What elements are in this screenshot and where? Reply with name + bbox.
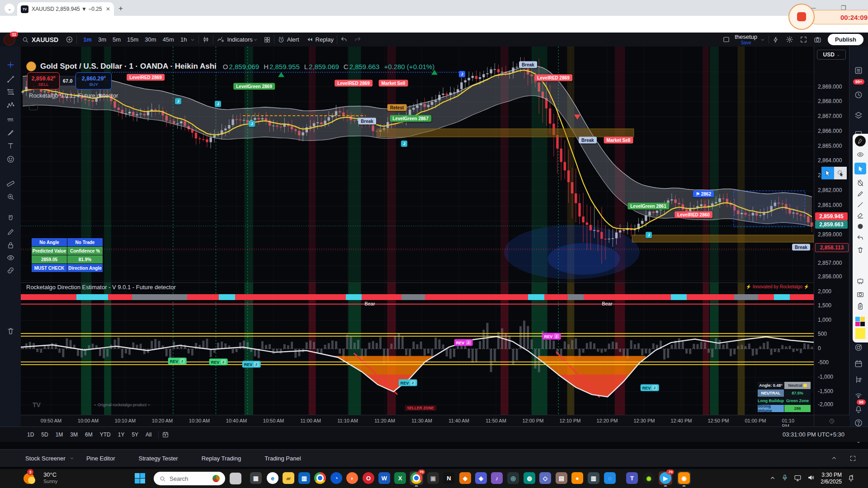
- tab-close-icon[interactable]: ✕: [106, 6, 110, 12]
- text-tool-icon[interactable]: [6, 141, 15, 150]
- timezone-clock-corner[interactable]: [814, 415, 849, 427]
- stopwatch-icon[interactable]: [857, 179, 864, 187]
- brush-tool-icon[interactable]: [6, 128, 15, 137]
- buy-button[interactable]: 2,860.290 BUY: [75, 72, 112, 89]
- indicator-templates-icon[interactable]: [264, 36, 271, 43]
- layout-chevron-icon[interactable]: [760, 37, 765, 42]
- taskbar-app-5[interactable]: [313, 471, 327, 485]
- speaker-icon[interactable]: [807, 474, 815, 481]
- indicators-button[interactable]: Indicators: [227, 36, 252, 43]
- taskbar-app-10[interactable]: X: [393, 471, 407, 485]
- screenshot-icon[interactable]: [857, 291, 864, 298]
- range-5D[interactable]: 5D: [38, 430, 52, 440]
- layout-name-block[interactable]: thesetup Save: [735, 34, 757, 46]
- taskbar-app-14[interactable]: ◆: [458, 471, 472, 485]
- weather-icon[interactable]: 3: [22, 470, 38, 487]
- trend-tool-icon[interactable]: [6, 75, 15, 84]
- undo-icon[interactable]: [857, 235, 864, 242]
- dot-icon[interactable]: [857, 223, 864, 230]
- whiteboard-icon[interactable]: [857, 278, 864, 286]
- range-1M[interactable]: 1M: [52, 430, 67, 440]
- taskbar-search[interactable]: Search: [154, 472, 225, 485]
- taskbar-app-22[interactable]: ▥: [587, 471, 600, 485]
- taskbar-app-18[interactable]: ◍: [523, 471, 536, 485]
- timeframe-15m[interactable]: 15m: [124, 35, 142, 44]
- quick-search-icon[interactable]: [772, 36, 779, 43]
- cast-display-icon[interactable]: [794, 474, 802, 482]
- panel-maximize-icon[interactable]: [849, 455, 856, 462]
- timeframe-30m[interactable]: 30m: [142, 35, 159, 44]
- cursor-icon[interactable]: [854, 163, 866, 174]
- footer-tab-stock-screener[interactable]: Stock Screener: [14, 455, 77, 462]
- timeframe-45m[interactable]: 45m: [160, 35, 177, 44]
- go-to-date-icon[interactable]: [162, 431, 169, 438]
- click-cursor-icon[interactable]: [834, 167, 847, 179]
- task-view-button[interactable]: [230, 473, 241, 484]
- weather-text[interactable]: 30°C Sunny: [43, 471, 57, 485]
- forecast-tool-icon[interactable]: [6, 115, 15, 123]
- timeframe-1m[interactable]: 1m: [80, 35, 95, 44]
- taskbar-app-8[interactable]: O: [362, 471, 375, 485]
- watchlist-icon[interactable]: [854, 66, 863, 75]
- lower-panel-title[interactable]: Rocketalgo Direction Estimator - V 9.0.1…: [26, 284, 176, 291]
- range-1Y[interactable]: 1Y: [114, 430, 128, 440]
- symbol-search-icon[interactable]: [22, 36, 29, 43]
- footer-tab-strategy-tester[interactable]: Strategy Tester: [127, 455, 189, 462]
- eye-icon[interactable]: [857, 151, 864, 159]
- taskbar-app-4[interactable]: ▥: [297, 471, 311, 485]
- taskbar-app-19[interactable]: ◇: [538, 471, 552, 485]
- panel-expand-chevron-icon[interactable]: [830, 455, 838, 462]
- new-tab-button[interactable]: +: [118, 4, 123, 13]
- timeframe-5m[interactable]: 5m: [109, 35, 124, 44]
- range-6M[interactable]: 6M: [81, 430, 96, 440]
- palette-cyan[interactable]: [855, 317, 860, 321]
- compare-add-icon[interactable]: [66, 36, 73, 43]
- lock-tool-icon[interactable]: [6, 241, 15, 249]
- clipboard-icon[interactable]: [857, 303, 864, 310]
- eyetool-tool-icon[interactable]: [6, 253, 15, 262]
- range-3M[interactable]: 3M: [66, 430, 81, 440]
- replay-button[interactable]: Replay: [316, 36, 334, 43]
- layout-icon[interactable]: [722, 36, 730, 43]
- taskbar-app-24[interactable]: T: [625, 471, 639, 485]
- chart-type-icon[interactable]: [202, 36, 210, 43]
- taskbar-app-2[interactable]: e: [266, 471, 279, 485]
- eraser-icon[interactable]: [857, 212, 864, 220]
- taskbar-app-21[interactable]: ●: [571, 471, 584, 485]
- crosshair-tool-icon[interactable]: [6, 61, 15, 69]
- snapshot-camera-icon[interactable]: [814, 36, 821, 43]
- hotlists-icon[interactable]: [854, 343, 863, 352]
- taskbar-app-15[interactable]: ◈: [474, 471, 488, 485]
- pattern-tool-icon[interactable]: [6, 101, 15, 110]
- taskbar-app-26[interactable]: ▶.70: [659, 471, 672, 485]
- alert-button[interactable]: Alert: [287, 36, 299, 43]
- taskbar-app-6[interactable]: ◔: [330, 471, 343, 485]
- taskbar-app-13[interactable]: N: [442, 471, 456, 485]
- taskbar-app-23[interactable]: ◌: [603, 471, 617, 485]
- symbol-button[interactable]: XAUUSD: [32, 36, 58, 43]
- trash-tool-icon[interactable]: [6, 327, 15, 335]
- legend-title[interactable]: Gold Spot / U.S. Dollar · 1 · OANDA · He…: [40, 62, 217, 71]
- current-time-utc[interactable]: 03:31:00 PM UTC+5:30: [783, 431, 844, 438]
- magnet-tool-icon[interactable]: [6, 214, 15, 223]
- range-1D[interactable]: 1D: [24, 430, 38, 440]
- redo-icon[interactable]: [354, 36, 361, 43]
- screener-chevron-icon[interactable]: [69, 455, 75, 461]
- price-pane-canvas[interactable]: [21, 47, 814, 282]
- fullscreen-icon[interactable]: [800, 36, 807, 43]
- ruler-tool-icon[interactable]: [6, 178, 15, 187]
- pencil-tool-icon[interactable]: [6, 228, 15, 236]
- tree-icon[interactable]: [854, 375, 863, 384]
- tray-chevron-icon[interactable]: [769, 474, 776, 482]
- range-YTD[interactable]: YTD: [96, 430, 114, 440]
- trash-icon[interactable]: [857, 246, 864, 254]
- timeframe-1h[interactable]: 1h: [177, 35, 190, 44]
- timeframe-chevron-icon[interactable]: [190, 37, 195, 42]
- microphone-icon[interactable]: [781, 474, 788, 481]
- undo-icon[interactable]: [340, 36, 348, 43]
- line-icon[interactable]: [857, 201, 864, 209]
- currency-selector[interactable]: USD ⌄: [817, 50, 846, 60]
- indicators-chevron-icon[interactable]: [253, 37, 258, 42]
- browser-tab[interactable]: TV XAUUSD 2,859.945 ▼ −0.25% t ✕: [17, 2, 114, 16]
- publish-button[interactable]: Publish: [828, 34, 863, 45]
